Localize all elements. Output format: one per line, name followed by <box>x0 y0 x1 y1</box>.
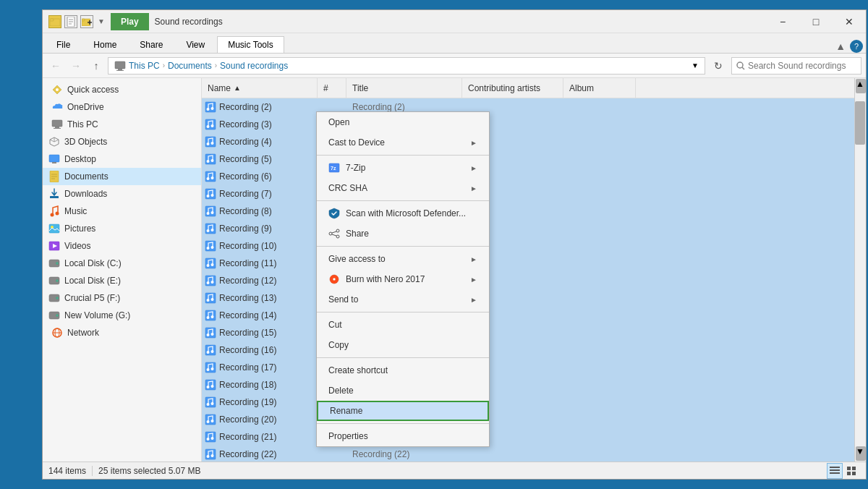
cm-delete[interactable]: Delete <box>317 380 489 401</box>
sidebar-item-3dobjects[interactable]: 3D Objects <box>43 133 201 150</box>
cm-burnnero[interactable]: Burn with Nero 2017 ► <box>317 269 489 289</box>
cm-cast[interactable]: Cast to Device ► <box>317 132 489 153</box>
cm-properties[interactable]: Properties <box>317 426 489 446</box>
scrollbar-down[interactable]: ▼ <box>856 446 866 461</box>
cm-rename[interactable]: Rename <box>317 401 489 421</box>
table-row[interactable]: Recording (10) Recording (10) <box>202 237 854 255</box>
view-large-icons-button[interactable] <box>844 463 860 479</box>
file-music-icon <box>205 101 216 113</box>
addr-documents[interactable]: Documents <box>168 61 212 71</box>
sidebar-item-localdiskc[interactable]: Local Disk (C:) <box>43 255 201 272</box>
col-header-name[interactable]: Name ▲ <box>202 78 318 98</box>
cm-sendto[interactable]: Send to ► <box>317 289 489 310</box>
table-row[interactable]: Recording (22) Recording (22) <box>202 446 854 462</box>
sidebar-item-downloads[interactable]: Downloads <box>43 185 201 203</box>
col-header-title[interactable]: Title <box>346 78 462 98</box>
sidebar-item-crucialp5[interactable]: Crucial P5 (F:) <box>43 289 201 307</box>
addr-sound-recordings[interactable]: Sound recordings <box>220 61 288 71</box>
sidebar-item-documents[interactable]: Documents <box>43 168 201 185</box>
cm-crcsha[interactable]: CRC SHA ► <box>317 178 489 198</box>
table-row[interactable]: Recording (7) Recording (7) <box>202 185 854 203</box>
doc-icon[interactable] <box>64 15 77 28</box>
tab-view[interactable]: View <box>175 36 216 53</box>
newfolder-icon[interactable] <box>80 15 93 28</box>
refresh-button[interactable]: ↻ <box>708 57 728 75</box>
up-button[interactable]: ↑ <box>88 57 105 75</box>
file-music-icon <box>205 379 216 391</box>
tab-music-tools[interactable]: Music Tools <box>217 36 284 53</box>
sidebar-item-newvolume[interactable]: New Volume (G:) <box>43 307 201 324</box>
table-row[interactable]: Recording (5) Recording (5) <box>202 150 854 168</box>
sidebar-item-pictures[interactable]: Pictures <box>43 220 201 237</box>
table-row[interactable]: Recording (3) Recording (3) <box>202 116 854 133</box>
table-row[interactable]: Recording (8) Recording (8) <box>202 203 854 220</box>
svg-text:7z: 7z <box>331 166 336 171</box>
table-row[interactable]: Recording (12) Recording (12) <box>202 272 854 289</box>
close-button[interactable]: ✕ <box>833 10 866 33</box>
sidebar-item-music[interactable]: Music <box>43 203 201 220</box>
col-header-number[interactable]: # <box>318 78 346 98</box>
address-path[interactable]: This PC › Documents › Sound recordings ▼ <box>108 57 705 75</box>
table-row[interactable]: Recording (6) Recording (6) <box>202 168 854 185</box>
table-row[interactable]: Recording (14) Recording (14) <box>202 307 854 324</box>
table-row[interactable]: Recording (16) Recording (16) <box>202 341 854 359</box>
sidebar-item-localdiske[interactable]: Local Disk (E:) <box>43 272 201 289</box>
play-button[interactable]: Play <box>111 13 149 30</box>
addr-dropdown[interactable]: ▼ <box>692 61 699 69</box>
music-label: Music <box>64 206 87 216</box>
cm-rename-label: Rename <box>330 406 362 416</box>
cm-open[interactable]: Open <box>317 112 489 132</box>
cm-giveaccess[interactable]: Give access to ► <box>317 249 489 269</box>
table-row[interactable]: Recording (11) Recording (11) <box>202 255 854 272</box>
table-row[interactable]: Recording (15) Recording (15) <box>202 324 854 341</box>
sidebar-item-onedrive[interactable]: OneDrive <box>43 98 201 116</box>
videos-label: Videos <box>64 241 90 251</box>
table-row[interactable]: Recording (21) Recording (21) <box>202 428 854 446</box>
ribbon-help[interactable]: ? <box>850 40 863 53</box>
file-list: Recording (2) Recording (2) Recording (3… <box>202 98 854 462</box>
minimize-button[interactable]: − <box>766 10 799 33</box>
ribbon-collapse[interactable]: ▲ <box>835 41 846 52</box>
table-row[interactable]: Recording (9) Recording (9) <box>202 220 854 237</box>
sidebar-item-network[interactable]: Network <box>43 324 201 341</box>
cm-copy[interactable]: Copy <box>317 335 489 355</box>
table-row[interactable]: Recording (20) Recording (20) <box>202 411 854 428</box>
cm-7zip[interactable]: 7z 7-Zip ► <box>317 158 489 178</box>
table-row[interactable]: Recording (4) Recording (4) <box>202 133 854 150</box>
addr-thispc[interactable]: This PC <box>129 61 160 71</box>
svg-rect-16 <box>52 120 62 127</box>
sidebar-item-thispc[interactable]: This PC <box>43 116 201 133</box>
sidebar-item-videos[interactable]: Videos <box>43 237 201 255</box>
forward-button[interactable]: → <box>67 57 85 75</box>
table-row[interactable]: Recording (19) Recording (19) <box>202 394 854 411</box>
svg-point-75 <box>211 281 214 284</box>
table-row[interactable]: Recording (13) Recording (13) <box>202 289 854 307</box>
view-details-button[interactable] <box>827 463 843 479</box>
col-header-album[interactable]: Album <box>563 78 636 98</box>
svg-rect-11 <box>118 69 122 70</box>
cm-defender[interactable]: Scan with Microsoft Defender... <box>317 203 489 224</box>
tab-home[interactable]: Home <box>82 36 127 53</box>
file-title-cell: Recording (22) <box>346 449 462 459</box>
scrollbar-thumb[interactable] <box>855 101 865 145</box>
table-row[interactable]: Recording (18) Recording (18) <box>202 376 854 394</box>
table-row[interactable]: Recording (2) Recording (2) <box>202 98 854 116</box>
cm-createshortcut[interactable]: Create shortcut <box>317 360 489 380</box>
scrollbar-up[interactable]: ▲ <box>856 79 866 93</box>
tab-share[interactable]: Share <box>129 36 174 53</box>
table-row[interactable]: Recording (17) Recording (17) <box>202 359 854 376</box>
maximize-button[interactable]: □ <box>799 10 833 33</box>
cm-cut[interactable]: Cut <box>317 315 489 335</box>
computer-icon <box>114 60 126 72</box>
sidebar-item-desktop[interactable]: Desktop <box>43 150 201 168</box>
svg-point-74 <box>207 281 210 284</box>
search-input[interactable] <box>748 61 856 71</box>
svg-rect-129 <box>830 472 840 474</box>
col-header-artist[interactable]: Contributing artists <box>462 78 563 98</box>
back-button[interactable]: ← <box>47 57 64 75</box>
sidebar-item-quickaccess[interactable]: Quick access <box>43 81 201 98</box>
scrollbar-track[interactable]: ▲ ▼ <box>854 78 866 462</box>
tab-file[interactable]: File <box>46 36 81 53</box>
cm-share[interactable]: Share <box>317 224 489 244</box>
quick-access-arrow[interactable]: ▼ <box>98 17 105 25</box>
